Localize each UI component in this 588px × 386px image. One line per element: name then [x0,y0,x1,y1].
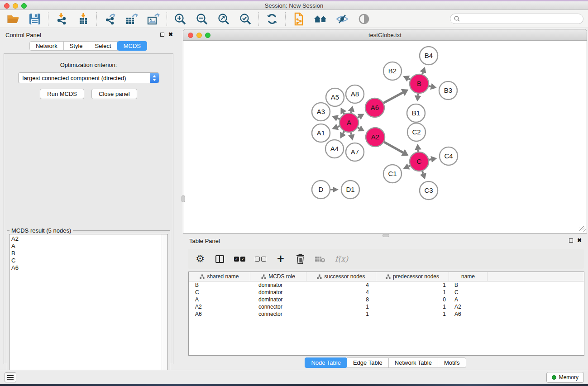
float-panel-icon[interactable] [160,33,164,37]
cell-shared-name[interactable]: A6 [189,310,250,318]
table-row[interactable]: Adominator80A [189,296,584,303]
tab-mcds[interactable]: MCDS [117,41,147,51]
cell-name[interactable]: A [449,296,488,303]
cell-predecessor-nodes[interactable]: 1 [376,289,449,296]
network-canvas[interactable]: AA1A2A3A4A5A6A7A8BB1B2B3B4CC1C2C3C4DD1 [183,41,587,233]
graph-edge-C-C4[interactable] [429,159,431,160]
cell-shared-name[interactable]: A [189,296,250,303]
graph-edge-C-C1[interactable] [408,166,410,167]
cell-mcds-role[interactable]: connector [250,303,306,310]
column-header-predecessor-nodes[interactable]: predecessor nodes [376,272,449,281]
mcds-list-item[interactable]: A2 [11,235,167,243]
tab-style[interactable]: Style [63,41,89,51]
cell-name[interactable]: A2 [449,303,488,310]
graph-edge-B-B4[interactable] [422,72,423,74]
table-row[interactable]: Bdominator41B [189,281,584,289]
mcds-list-item[interactable]: A6 [11,264,167,272]
column-header-name[interactable]: name [449,272,488,281]
table-options-button[interactable]: ⚙ [195,253,205,264]
resize-grip[interactable] [579,226,586,232]
mcds-list-scrollbar[interactable] [162,234,167,380]
column-header-mcds-role[interactable]: MCDS role [250,272,306,281]
table-row[interactable]: A6connector11A6 [189,310,584,318]
open-session-button[interactable] [6,12,20,26]
criterion-dropdown[interactable]: largest connected component (directed) [18,72,159,83]
mcds-list-item[interactable]: B [11,250,167,257]
cell-mcds-role[interactable]: connector [250,310,306,318]
zoom-out-button[interactable] [195,12,209,26]
save-session-button[interactable] [28,12,42,26]
import-table-button[interactable] [76,12,91,26]
tab-select[interactable]: Select [89,41,118,51]
graph-edge-A2-C[interactable] [384,142,403,152]
graph-edge-A-A4[interactable] [343,131,344,133]
cell-name[interactable]: C [449,289,488,296]
cell-successor-nodes[interactable]: 4 [306,281,376,289]
deselect-all-rows-button[interactable] [255,253,266,264]
graph-edge-A-A3[interactable] [337,118,339,119]
show-columns-button[interactable] [215,253,225,264]
cell-predecessor-nodes[interactable]: 0 [376,296,449,303]
mcds-result-list[interactable]: A2ABCA6 [9,234,168,380]
cell-successor-nodes[interactable]: 1 [306,310,376,318]
graph-edge-A-A8[interactable] [351,111,351,113]
add-column-button[interactable]: + [276,253,286,264]
cell-mcds-role[interactable]: dominator [250,289,306,296]
graph-edge-C-C3[interactable] [422,171,423,174]
graph-edge-B-B3[interactable] [429,86,431,86]
cell-name[interactable]: A6 [449,310,488,318]
cell-predecessor-nodes[interactable]: 1 [376,303,449,310]
close-table-panel-icon[interactable]: ✖ [577,238,582,243]
network-window-titlebar[interactable]: testGlobe.txt [183,29,587,41]
zoom-in-button[interactable] [173,12,187,26]
cell-mcds-role[interactable]: dominator [250,281,306,289]
select-all-rows-button[interactable]: ✓ ✓ [234,253,245,264]
graph-edge-A-A7[interactable] [351,133,351,135]
graph-edge-A-A2[interactable] [358,128,359,129]
search-field[interactable] [450,14,583,24]
cell-shared-name[interactable]: A2 [189,303,250,310]
zoom-selected-button[interactable] [238,12,253,26]
mcds-list-item[interactable]: A [11,243,167,250]
tab-motifs[interactable]: Motifs [438,357,466,368]
zoom-fit-button[interactable] [216,12,231,26]
apply-layout-button[interactable] [265,12,279,26]
manage-networks-button[interactable] [292,12,306,26]
graph-edge-A-A1[interactable] [338,126,340,127]
tab-edge-table[interactable]: Edge Table [347,357,389,368]
export-table-button[interactable] [124,12,139,26]
cell-mcds-role[interactable]: dominator [250,296,306,303]
search-input[interactable] [462,16,583,22]
tab-network[interactable]: Network [29,41,64,51]
run-mcds-button[interactable]: Run MCDS [40,89,84,99]
show-hide-eye-button[interactable] [357,12,371,26]
cell-name[interactable]: B [449,281,488,289]
tab-network-table[interactable]: Network Table [388,357,438,368]
close-panel-icon[interactable]: ✖ [168,32,173,37]
cell-shared-name[interactable]: C [189,289,250,296]
column-header-successor-nodes[interactable]: successor nodes [306,272,376,281]
cell-successor-nodes[interactable]: 1 [306,303,376,310]
function-builder-button[interactable]: f(x) [335,253,348,264]
tab-node-table[interactable]: Node Table [305,357,347,368]
cell-predecessor-nodes[interactable]: 1 [376,310,449,318]
table-row[interactable]: A2connector11A2 [189,303,584,310]
graph-edge-A-A5[interactable] [344,113,344,114]
graph-edge-A-A6[interactable] [358,117,359,118]
mcds-list-item[interactable]: C [11,257,167,264]
show-panels-button[interactable] [5,372,16,382]
cell-successor-nodes[interactable]: 4 [306,289,376,296]
table-row[interactable]: Cdominator41C [189,289,584,296]
reset-view-button[interactable] [313,12,328,26]
hide-graphics-details-button[interactable] [335,12,349,26]
graph-edge-B-B2[interactable] [408,79,410,80]
cell-successor-nodes[interactable]: 8 [306,296,376,303]
cell-shared-name[interactable]: B [189,281,250,289]
float-table-panel-icon[interactable] [569,238,573,243]
import-network-button[interactable] [54,12,69,26]
network-vertical-scrollbar-thumb[interactable] [182,195,185,202]
column-header-shared-name[interactable]: shared name [189,272,250,281]
memory-button[interactable]: Memory [546,372,584,383]
export-network-button[interactable] [103,12,117,26]
delete-table-button[interactable] [315,253,325,264]
